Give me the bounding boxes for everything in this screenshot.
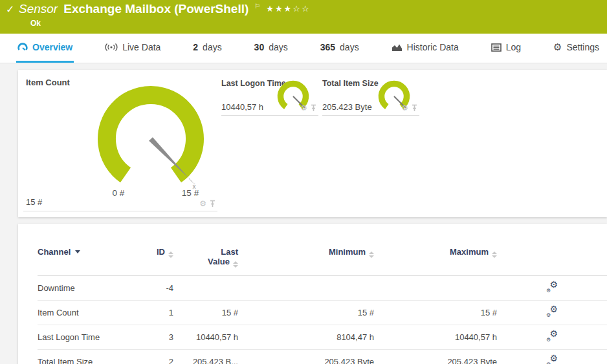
channel-maximum: 205.423 Byte — [374, 350, 497, 364]
channel-id: 1 — [135, 301, 173, 325]
channel-id: 3 — [135, 325, 173, 350]
gauge-value: 205.423 Byte — [322, 102, 372, 112]
channel-id: -4 — [135, 276, 173, 301]
channel-last-value: 10440,57 h — [173, 325, 238, 350]
sensor-status-banner: ✓ Sensor Exchange Mailbox (PowerShell) ⚐… — [0, 0, 607, 34]
column-header-maximum[interactable]: Maximum — [374, 247, 497, 276]
tab-2-days-label: days — [203, 42, 222, 52]
column-header-id[interactable]: ID — [135, 247, 173, 276]
column-header-last-value[interactable]: Last Value — [173, 247, 238, 276]
gauge-value: 15 # — [26, 197, 42, 207]
gauge-value: 10440,57 h — [221, 102, 263, 112]
sort-icon — [168, 252, 173, 258]
channel-name: Downtime — [38, 276, 135, 301]
column-header-channel[interactable]: Channel — [38, 247, 135, 276]
tab-settings[interactable]: ⚙ Settings — [552, 34, 601, 63]
column-header-channel-label: Channel — [38, 247, 71, 257]
channel-id: 2 — [135, 350, 173, 364]
prtg-sensor-page: ✓ Sensor Exchange Mailbox (PowerShell) ⚐… — [0, 0, 607, 364]
priority-stars[interactable]: ★★★☆☆ — [266, 4, 310, 14]
column-header-maximum-label: Maximum — [450, 247, 489, 257]
tab-overview[interactable]: Overview — [16, 34, 74, 63]
tab-log[interactable]: Log — [490, 34, 522, 63]
tab-365-days-label: days — [340, 42, 359, 52]
table-row-downtime: Downtime -4 ⚙⚙ — [38, 276, 607, 301]
gear-icon: ⚙ — [553, 41, 562, 53]
channel-minimum — [238, 276, 374, 301]
log-list-icon — [491, 43, 502, 52]
gauge-last-logon-time[interactable]: Last Logon Time 10440,57 h ⚙ — [221, 75, 318, 116]
table-header-row: Channel ID Last Value Minimum — [38, 247, 607, 276]
pin-icon[interactable] — [310, 104, 317, 112]
channel-minimum: 8104,47 h — [238, 325, 374, 350]
tab-settings-label: Settings — [566, 42, 599, 52]
flag-icon[interactable]: ⚐ — [254, 3, 260, 10]
channel-maximum — [374, 276, 497, 301]
gauge-title: Item Count — [26, 78, 70, 87]
sensor-title: Exchange Mailbox (PowerShell) — [63, 2, 248, 16]
channel-minimum: 15 # — [238, 301, 374, 325]
channel-gear-icon[interactable]: ⚙ — [199, 200, 206, 208]
table-row-last-logon-time: Last Logon Time 3 10440,57 h 8104,47 h 1… — [38, 325, 607, 350]
column-header-minimum-label: Minimum — [329, 247, 366, 257]
column-header-last-label: Last — [173, 247, 238, 257]
channel-settings-icon[interactable]: ⚙⚙ — [546, 331, 558, 341]
gauge-item-count[interactable]: Item Count x̄ 0 # 15 # 15 # ⚙ — [23, 75, 217, 211]
tab-log-label: Log — [506, 42, 521, 52]
sort-desc-icon — [75, 250, 80, 253]
gauge-icon — [17, 43, 28, 52]
channel-minimum: 205.423 Byte — [238, 350, 374, 364]
table-row-item-count: Item Count 1 15 # 15 # 15 # ⚙⚙ — [38, 301, 607, 325]
tab-2-days[interactable]: 2 days — [192, 34, 223, 63]
channel-gear-icon[interactable]: ⚙ — [300, 104, 307, 112]
tab-bar: Overview Live Data 2 days 30 days 365 — [0, 34, 607, 63]
column-header-minimum[interactable]: Minimum — [238, 247, 374, 276]
channel-settings-icon[interactable]: ⚙⚙ — [546, 356, 558, 364]
channel-name: Item Count — [38, 301, 135, 325]
gauge-title: Total Item Size — [322, 79, 379, 88]
tab-365-days-number: 365 — [320, 42, 335, 52]
tab-30-days-label: days — [269, 42, 288, 52]
gauges-panel: Item Count x̄ 0 # 15 # 15 # ⚙ — [18, 70, 607, 217]
channel-name: Last Logon Time — [38, 325, 135, 350]
table-row-total-item-size: Total Item Size 2 205.423 B... 205.423 B… — [38, 350, 607, 364]
gauge-total-item-size[interactable]: Total Item Size 205.423 Byte ⚙ — [322, 75, 419, 116]
tab-historic-data-label: Historic Data — [407, 42, 459, 52]
tab-365-days[interactable]: 365 days — [319, 34, 360, 63]
channel-settings-icon[interactable]: ⚙⚙ — [546, 282, 558, 292]
live-data-icon — [105, 43, 118, 52]
channel-last-value — [173, 276, 238, 301]
sort-icon — [369, 252, 374, 258]
channel-maximum: 15 # — [374, 301, 497, 325]
channel-last-value: 15 # — [173, 301, 238, 325]
status-badge: Ok — [30, 19, 41, 28]
column-header-id-label: ID — [157, 247, 165, 257]
gauge-scale-max: 15 # — [182, 188, 199, 198]
channel-last-value: 205.423 B... — [173, 350, 238, 364]
tab-overview-label: Overview — [32, 42, 72, 52]
item-count-gauge-chart: x̄ 0 # 15 # — [86, 78, 223, 200]
channels-panel: Channel ID Last Value Minimum — [18, 224, 607, 364]
pin-icon[interactable] — [209, 200, 216, 208]
ok-check-icon: ✓ — [6, 3, 14, 16]
channels-table: Channel ID Last Value Minimum — [38, 247, 607, 364]
channel-name: Total Item Size — [38, 350, 135, 364]
tab-historic-data[interactable]: Historic Data — [390, 34, 460, 63]
gauge-scale-min: 0 # — [113, 188, 125, 198]
channel-gear-icon[interactable]: ⚙ — [401, 104, 408, 112]
channel-maximum: 10440,57 h — [374, 325, 497, 350]
channel-settings-icon[interactable]: ⚙⚙ — [546, 306, 558, 317]
column-header-actions — [497, 247, 607, 276]
tab-30-days[interactable]: 30 days — [253, 34, 289, 63]
tab-live-data[interactable]: Live Data — [104, 34, 162, 63]
pin-icon[interactable] — [411, 104, 418, 112]
sort-icon — [233, 261, 238, 268]
tab-30-days-number: 30 — [254, 42, 265, 52]
content-area: Item Count x̄ 0 # 15 # 15 # ⚙ — [0, 63, 607, 364]
sort-icon — [492, 252, 497, 258]
sensor-kicker: Sensor — [19, 2, 58, 16]
tab-2-days-number: 2 — [193, 42, 198, 52]
tab-live-data-label: Live Data — [122, 42, 160, 52]
area-chart-icon — [392, 43, 403, 52]
column-header-value-label: Value — [208, 257, 230, 266]
